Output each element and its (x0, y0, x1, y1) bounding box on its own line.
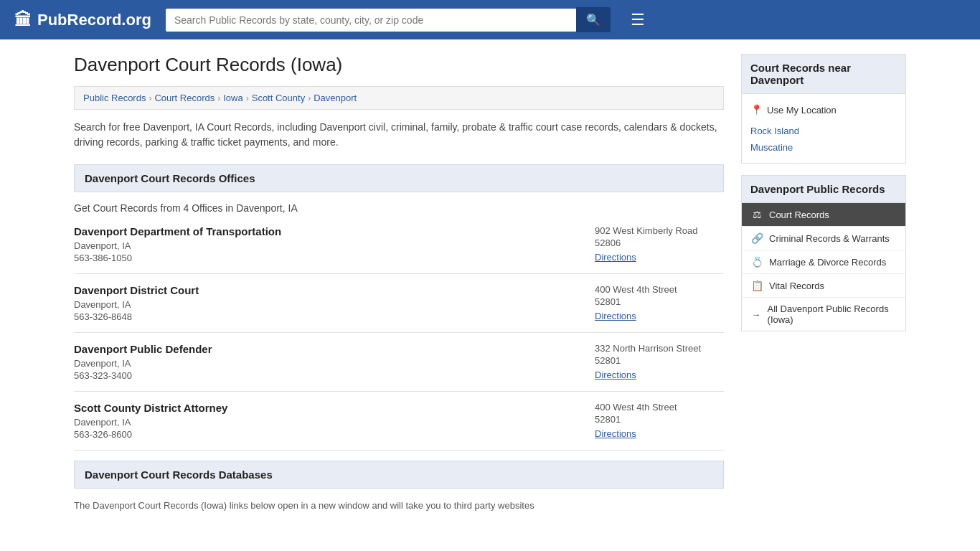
office-item: Scott County District Attorney Davenport… (74, 402, 724, 451)
office-address: 332 North Harrison Street (595, 343, 724, 354)
office-name: Davenport Public Defender (74, 343, 212, 355)
office-item: Davenport District Court Davenport, IA 5… (74, 284, 724, 333)
use-location-button[interactable]: 📍 Use My Location (750, 101, 837, 118)
menu-icon: ☰ (631, 11, 645, 29)
breadcrumb-iowa[interactable]: Iowa (223, 93, 242, 103)
databases-section-header: Davenport Court Records Databases (74, 461, 724, 489)
all-records-label: All Davenport Public Records (Iowa) (768, 303, 897, 325)
nearby-link-muscatine[interactable]: Muscatine (750, 139, 897, 156)
criminal-records-label: Criminal Records & Warrants (769, 233, 890, 244)
office-right: 902 West Kimberly Road 52806 Directions (595, 225, 724, 263)
office-right: 332 North Harrison Street 52801 Directio… (595, 343, 724, 381)
search-input[interactable] (166, 9, 576, 32)
page-title: Davenport Court Records (Iowa) (74, 54, 724, 76)
office-right: 400 West 4th Street 52801 Directions (595, 284, 724, 322)
breadcrumb-public-records[interactable]: Public Records (83, 93, 146, 103)
sep4: › (308, 93, 311, 103)
search-button[interactable]: 🔍 (576, 7, 611, 32)
sidebar-item-all-records[interactable]: → All Davenport Public Records (Iowa) (742, 298, 905, 331)
office-zip: 52801 (595, 296, 724, 307)
logo-icon: 🏛 (14, 10, 32, 30)
sidebar-item-criminal-records[interactable]: 🔗 Criminal Records & Warrants (742, 227, 905, 250)
nearby-box-title: Court Records near Davenport (742, 55, 905, 94)
main-container: Davenport Court Records (Iowa) Public Re… (60, 39, 920, 527)
sep3: › (246, 93, 249, 103)
office-city: Davenport, IA (74, 299, 199, 310)
sep2: › (217, 93, 220, 103)
office-phone: 563-386-1050 (74, 253, 281, 263)
office-address: 400 West 4th Street (595, 402, 724, 413)
breadcrumb-court-records[interactable]: Court Records (154, 93, 215, 103)
use-location-label: Use My Location (767, 105, 837, 116)
search-bar: 🔍 (166, 7, 611, 32)
arrow-icon: → (750, 309, 762, 320)
breadcrumb: Public Records › Court Records › Iowa › … (74, 86, 724, 110)
location-icon: 📍 (750, 104, 763, 116)
office-item: Davenport Public Defender Davenport, IA … (74, 343, 724, 392)
office-phone: 563-326-8600 (74, 429, 227, 440)
office-phone: 563-323-3400 (74, 370, 212, 381)
office-city: Davenport, IA (74, 358, 212, 369)
public-records-box-title: Davenport Public Records (742, 176, 905, 203)
office-count: Get Court Records from 4 Offices in Dave… (74, 202, 724, 214)
court-records-label: Court Records (769, 209, 829, 220)
breadcrumb-scott-county[interactable]: Scott County (252, 93, 305, 103)
search-icon: 🔍 (586, 14, 600, 26)
site-logo[interactable]: 🏛 PubRecord.org (14, 10, 151, 30)
breadcrumb-davenport[interactable]: Davenport (314, 93, 357, 103)
sidebar: Court Records near Davenport 📍 Use My Lo… (741, 54, 906, 513)
public-records-box: Davenport Public Records ⚖ Court Records… (741, 175, 906, 331)
logo-text: PubRecord.org (37, 11, 151, 29)
page-description: Search for free Davenport, IA Court Reco… (74, 120, 724, 150)
office-zip: 52806 (595, 237, 724, 248)
offices-list: Davenport Department of Transportation D… (74, 225, 724, 451)
office-left: Davenport Public Defender Davenport, IA … (74, 343, 212, 381)
vital-icon: 📋 (750, 280, 763, 291)
directions-link[interactable]: Directions (595, 252, 636, 263)
office-item: Davenport Department of Transportation D… (74, 225, 724, 274)
databases-description: The Davenport Court Records (Iowa) links… (74, 499, 724, 513)
scales-icon: ⚖ (750, 209, 763, 220)
nearby-link-rock-island[interactable]: Rock Island (750, 123, 897, 139)
office-city: Davenport, IA (74, 240, 281, 251)
office-left: Davenport Department of Transportation D… (74, 225, 281, 263)
office-zip: 52801 (595, 414, 724, 425)
office-city: Davenport, IA (74, 417, 227, 428)
office-phone: 563-326-8648 (74, 311, 199, 322)
sidebar-item-marriage-records[interactable]: 💍 Marriage & Divorce Records (742, 250, 905, 274)
nearby-box: Court Records near Davenport 📍 Use My Lo… (741, 54, 906, 164)
vital-records-label: Vital Records (769, 281, 824, 291)
office-address: 902 West Kimberly Road (595, 225, 724, 236)
site-header: 🏛 PubRecord.org 🔍 ☰ (0, 0, 980, 39)
office-left: Scott County District Attorney Davenport… (74, 402, 227, 440)
criminal-icon: 🔗 (750, 232, 763, 244)
directions-link[interactable]: Directions (595, 369, 636, 380)
sidebar-item-vital-records[interactable]: 📋 Vital Records (742, 274, 905, 298)
office-left: Davenport District Court Davenport, IA 5… (74, 284, 199, 322)
directions-link[interactable]: Directions (595, 428, 636, 439)
marriage-icon: 💍 (750, 256, 763, 268)
office-address: 400 West 4th Street (595, 284, 724, 295)
office-name: Davenport Department of Transportation (74, 225, 281, 237)
directions-link[interactable]: Directions (595, 311, 636, 321)
marriage-records-label: Marriage & Divorce Records (769, 257, 886, 268)
sep1: › (149, 93, 151, 103)
content-area: Davenport Court Records (Iowa) Public Re… (74, 54, 724, 513)
sidebar-item-court-records[interactable]: ⚖ Court Records (742, 203, 905, 227)
offices-section-header: Davenport Court Records Offices (74, 164, 724, 192)
menu-button[interactable]: ☰ (631, 11, 645, 29)
office-right: 400 West 4th Street 52801 Directions (595, 402, 724, 440)
office-name: Davenport District Court (74, 284, 199, 296)
nearby-box-content: 📍 Use My Location Rock Island Muscatine (742, 94, 905, 163)
office-name: Scott County District Attorney (74, 402, 227, 414)
office-zip: 52801 (595, 355, 724, 366)
